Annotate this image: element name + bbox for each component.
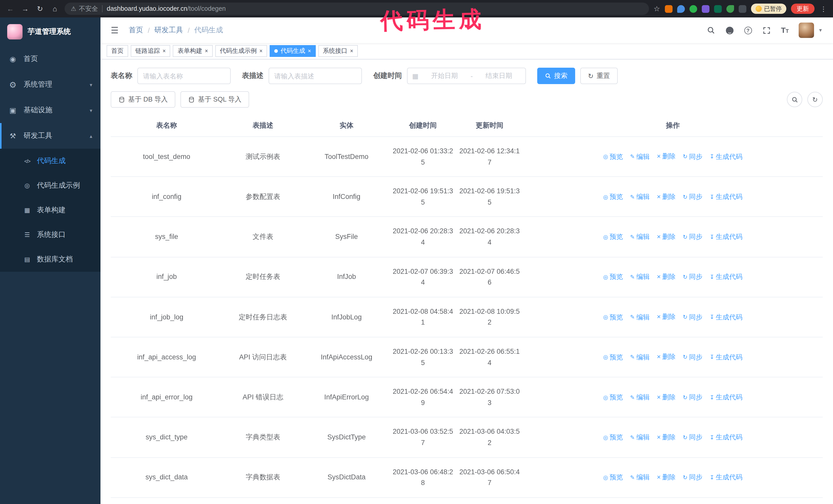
table-name-input[interactable] xyxy=(137,68,231,84)
update-button[interactable]: 更新 xyxy=(791,4,814,14)
delete-link[interactable]: 删除 xyxy=(657,312,675,322)
delete-link[interactable]: 删除 xyxy=(657,151,675,162)
sync-link[interactable]: 同步 xyxy=(683,352,702,363)
fullscreen-icon[interactable] xyxy=(758,18,775,43)
tab-home[interactable]: 首页 xyxy=(106,45,128,57)
preview-link[interactable]: 预览 xyxy=(603,272,623,283)
sync-link[interactable]: 同步 xyxy=(683,312,702,323)
home-icon[interactable]: ⌂ xyxy=(50,4,60,14)
preview-link[interactable]: 预览 xyxy=(603,192,623,202)
sync-link[interactable]: 同步 xyxy=(683,192,702,202)
bookmark-star-icon[interactable]: ☆ xyxy=(653,5,660,13)
edit-link[interactable]: 编辑 xyxy=(630,432,649,443)
date-range-picker[interactable]: 开始日期 - 结束日期 xyxy=(407,68,526,84)
close-icon[interactable] xyxy=(350,48,353,54)
toggle-search-button[interactable] xyxy=(787,92,802,107)
sidebar-item-devtools[interactable]: 研发工具 xyxy=(0,123,100,149)
preview-link[interactable]: 预览 xyxy=(603,392,623,403)
sidebar-item-form-builder[interactable]: 表单构建 xyxy=(0,198,100,222)
breadcrumb-home[interactable]: 首页 xyxy=(129,26,143,35)
close-icon[interactable] xyxy=(163,48,166,54)
generate-code-link[interactable]: 生成代码 xyxy=(710,432,742,443)
edit-link[interactable]: 编辑 xyxy=(630,352,649,363)
extension-icon-3[interactable] xyxy=(689,5,697,13)
close-icon[interactable] xyxy=(308,48,311,54)
preview-link[interactable]: 预览 xyxy=(603,432,623,443)
generate-code-link[interactable]: 生成代码 xyxy=(710,312,742,323)
preview-link[interactable]: 预览 xyxy=(603,352,623,363)
delete-link[interactable]: 删除 xyxy=(657,272,675,283)
delete-link[interactable]: 删除 xyxy=(657,392,675,403)
delete-link[interactable]: 删除 xyxy=(657,192,675,202)
sidebar-item-home[interactable]: 首页 xyxy=(0,46,100,72)
close-icon[interactable] xyxy=(259,48,263,54)
sidebar-item-db-doc[interactable]: 数据库文档 xyxy=(0,247,100,272)
import-sql-button[interactable]: 基于 SQL 导入 xyxy=(181,91,249,108)
github-icon[interactable] xyxy=(721,18,738,43)
browser-menu-icon[interactable]: ⋮ xyxy=(819,5,828,13)
edit-link[interactable]: 编辑 xyxy=(630,152,649,163)
extension-icon-4[interactable] xyxy=(701,5,709,13)
search-icon[interactable] xyxy=(702,18,720,43)
sync-link[interactable]: 同步 xyxy=(683,392,702,403)
avatar-caret-icon[interactable]: ▼ xyxy=(818,28,823,33)
sync-link[interactable]: 同步 xyxy=(683,152,702,163)
sidebar-item-infra[interactable]: 基础设施 xyxy=(0,97,100,123)
preview-link[interactable]: 预览 xyxy=(603,312,623,323)
sidebar-item-system-api[interactable]: 系统接口 xyxy=(0,222,100,247)
help-icon[interactable] xyxy=(739,18,757,43)
generate-code-link[interactable]: 生成代码 xyxy=(710,352,742,363)
delete-link[interactable]: 删除 xyxy=(657,472,675,483)
sync-link[interactable]: 同步 xyxy=(683,432,702,443)
extension-icon-7[interactable] xyxy=(738,5,746,13)
reload-icon[interactable]: ↻ xyxy=(35,4,45,14)
delete-link[interactable]: 删除 xyxy=(657,232,675,242)
tab-system-api[interactable]: 系统接口 xyxy=(318,45,358,57)
sidebar-collapse-icon[interactable]: ☰ xyxy=(109,25,121,35)
extension-icon-6[interactable] xyxy=(726,5,734,13)
generate-code-link[interactable]: 生成代码 xyxy=(710,392,742,403)
font-size-icon[interactable] xyxy=(776,18,793,43)
delete-link[interactable]: 删除 xyxy=(657,352,675,363)
tab-tracing[interactable]: 链路追踪 xyxy=(131,45,170,57)
sidebar-item-codegen-demo[interactable]: 代码生成示例 xyxy=(0,173,100,198)
generate-code-link[interactable]: 生成代码 xyxy=(710,272,742,283)
tab-form-builder[interactable]: 表单构建 xyxy=(173,45,213,57)
generate-code-link[interactable]: 生成代码 xyxy=(710,473,742,483)
edit-link[interactable]: 编辑 xyxy=(630,473,649,483)
extension-icon-1[interactable] xyxy=(665,5,672,13)
edit-link[interactable]: 编辑 xyxy=(630,272,649,283)
delete-link[interactable]: 删除 xyxy=(657,432,675,443)
edit-link[interactable]: 编辑 xyxy=(630,192,649,202)
edit-link[interactable]: 编辑 xyxy=(630,232,649,243)
address-bar[interactable]: ⚠ 不安全 dashboard.yudao.iocoder.cn/tool/co… xyxy=(65,3,649,15)
generate-code-link[interactable]: 生成代码 xyxy=(710,192,742,202)
reset-button[interactable]: 重置 xyxy=(580,68,618,84)
import-db-button[interactable]: 基于 DB 导入 xyxy=(111,91,175,108)
paused-badge[interactable]: 已暂停 xyxy=(751,4,786,14)
close-icon[interactable] xyxy=(205,48,208,54)
breadcrumb-devtools[interactable]: 研发工具 xyxy=(154,26,183,35)
user-avatar[interactable] xyxy=(799,23,814,38)
generate-code-link[interactable]: 生成代码 xyxy=(710,152,742,163)
tab-codegen[interactable]: 代码生成 xyxy=(270,45,316,57)
sync-link[interactable]: 同步 xyxy=(683,232,702,243)
preview-link[interactable]: 预览 xyxy=(603,473,623,483)
tab-codegen-demo[interactable]: 代码生成示例 xyxy=(215,45,267,57)
sidebar-item-system[interactable]: 系统管理 xyxy=(0,72,100,97)
forward-icon[interactable]: → xyxy=(20,4,30,14)
table-desc-input[interactable] xyxy=(269,68,362,84)
preview-link[interactable]: 预览 xyxy=(603,152,623,163)
sidebar-item-codegen[interactable]: 代码生成 xyxy=(0,149,100,173)
preview-link[interactable]: 预览 xyxy=(603,232,623,243)
security-status[interactable]: ⚠ 不安全 xyxy=(71,4,98,13)
search-button[interactable]: 搜索 xyxy=(537,68,575,84)
sync-link[interactable]: 同步 xyxy=(683,473,702,483)
extension-icon-2[interactable] xyxy=(677,5,685,13)
edit-link[interactable]: 编辑 xyxy=(630,312,649,323)
extension-icon-5[interactable] xyxy=(714,5,721,13)
refresh-button[interactable]: ↻ xyxy=(807,92,823,107)
sync-link[interactable]: 同步 xyxy=(683,272,702,283)
edit-link[interactable]: 编辑 xyxy=(630,392,649,403)
back-icon[interactable]: ← xyxy=(5,4,15,14)
